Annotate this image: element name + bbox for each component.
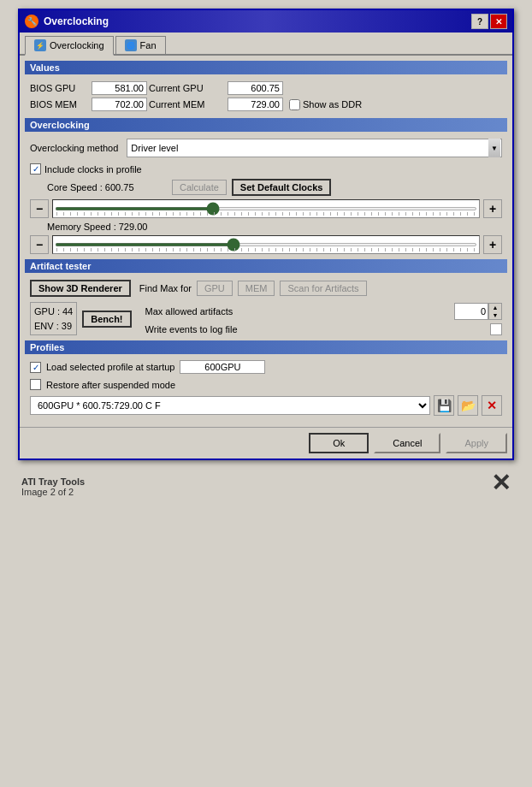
- write-log-checkbox[interactable]: [490, 323, 502, 335]
- core-slider[interactable]: [55, 207, 477, 210]
- apply-button[interactable]: Apply: [446, 433, 507, 453]
- content-area: Values BIOS GPU Current GPU BIOS MEM Cur…: [20, 56, 512, 427]
- artifact-row1: Show 3D Renderer Find Max for GPU MEM Sc…: [25, 276, 507, 300]
- app-name: ATI Tray Tools: [21, 476, 85, 487]
- tab-fan-label: Fan: [140, 40, 157, 50]
- core-slider-track: [52, 199, 480, 218]
- include-clocks-row: Include clocks in profile: [25, 161, 507, 177]
- tab-oc-label: Overclocking: [50, 40, 104, 50]
- core-speed-row: Core Speed : 600.75 Calculate Set Defaul…: [25, 177, 507, 198]
- find-max-label: Find Max for: [139, 283, 192, 293]
- core-speed-label: Core Speed : 600.75: [47, 182, 167, 192]
- values-grid: BIOS GPU Current GPU BIOS MEM Current ME…: [25, 78, 507, 115]
- profile-select[interactable]: 600GPU * 600.75:729.00 C F: [30, 396, 430, 415]
- current-gpu-input[interactable]: [228, 81, 283, 95]
- restore-profile-row: Restore after suspended mode: [25, 376, 507, 393]
- tab-bar: ⚡ Overclocking 🌀 Fan: [20, 33, 512, 56]
- profile-name-box: 600GPU: [180, 360, 265, 374]
- open-profile-button[interactable]: 📂: [458, 395, 478, 416]
- profile-dropdown-row: 600GPU * 600.75:729.00 C F 💾 📂 ✕: [25, 393, 507, 418]
- spinner-down[interactable]: ▼: [489, 311, 501, 319]
- title-bar-buttons: ? ✕: [471, 14, 507, 29]
- core-slider-dots: [56, 212, 476, 216]
- bios-mem-input[interactable]: [92, 98, 147, 111]
- bottom-bar: Ok Cancel Apply: [20, 427, 512, 459]
- oc-section: Overclocking Overclocking method Driver …: [25, 118, 507, 256]
- current-gpu-label: Current GPU: [149, 83, 226, 93]
- title-bar-left: 🔧 Overclocking: [25, 15, 109, 28]
- load-profile-checkbox[interactable]: [30, 362, 41, 373]
- oc-method-row: Overclocking method Driver level Softwar…: [25, 135, 507, 161]
- values-section: Values BIOS GPU Current GPU BIOS MEM Cur…: [25, 61, 507, 115]
- tab-fan-icon: 🌀: [125, 39, 137, 51]
- show-ddr-checkbox[interactable]: [289, 99, 300, 110]
- method-label: Overclocking method: [30, 143, 118, 153]
- load-profile-label: Load selected profile at startup: [46, 362, 174, 372]
- show-3d-button[interactable]: Show 3D Renderer: [30, 280, 131, 297]
- max-artifacts-label: Max allowed artifacts: [145, 306, 449, 317]
- footer-text-block: ATI Tray Tools Image 2 of 2: [21, 476, 85, 497]
- restore-checkbox[interactable]: [30, 379, 41, 390]
- current-mem-input[interactable]: [228, 98, 283, 111]
- footer-close-icon[interactable]: ✕: [491, 469, 511, 497]
- image-info: Image 2 of 2: [21, 487, 85, 497]
- mem-slider-row: − +: [25, 234, 507, 256]
- method-select-wrapper: Driver level Software level BIOS level: [127, 139, 502, 157]
- mem-slider-dots: [56, 248, 476, 251]
- mem-slider-track: [52, 235, 480, 254]
- mem-plus-button[interactable]: +: [483, 235, 502, 254]
- method-select[interactable]: Driver level Software level BIOS level: [127, 139, 502, 157]
- memory-speed-label: Memory Speed : 729.00: [47, 222, 147, 232]
- write-log-row: Write events to log file: [145, 323, 502, 335]
- write-log-label: Write events to log file: [145, 324, 485, 334]
- spinner-buttons: ▲ ▼: [488, 303, 502, 320]
- values-header: Values: [25, 61, 507, 74]
- mem-button[interactable]: MEM: [238, 281, 275, 296]
- calculate-button[interactable]: Calculate: [172, 180, 227, 195]
- mem-speed-row: Memory Speed : 729.00: [25, 220, 507, 234]
- core-slider-row: − +: [25, 198, 507, 220]
- tab-oc-icon: ⚡: [34, 39, 46, 51]
- gpu-val: GPU : 44: [34, 305, 73, 319]
- show-ddr-label: Show as DDR: [303, 99, 362, 109]
- mem-slider[interactable]: [55, 243, 477, 246]
- artifact-row2: GPU : 44 ENV : 39 Bench! Max allowed art…: [25, 300, 507, 337]
- app-icon: 🔧: [25, 15, 38, 28]
- scan-artifacts-button[interactable]: Scan for Artifacts: [280, 281, 366, 296]
- tab-fan[interactable]: 🌀 Fan: [115, 36, 166, 54]
- core-plus-button[interactable]: +: [483, 199, 502, 218]
- oc-header: Overclocking: [25, 118, 507, 132]
- ok-button[interactable]: Ok: [309, 433, 369, 453]
- gpu-button[interactable]: GPU: [197, 281, 233, 296]
- set-default-button[interactable]: Set Default Clocks: [232, 179, 332, 196]
- delete-profile-button[interactable]: ✕: [482, 395, 502, 416]
- env-val: ENV : 39: [34, 319, 73, 334]
- save-profile-button[interactable]: 💾: [434, 395, 454, 416]
- bios-gpu-label: BIOS GPU: [30, 83, 90, 93]
- mem-minus-button[interactable]: −: [30, 235, 49, 254]
- core-minus-button[interactable]: −: [30, 199, 49, 218]
- bench-button[interactable]: Bench!: [82, 311, 131, 328]
- max-artifacts-row: Max allowed artifacts ▲ ▼: [145, 303, 502, 320]
- profiles-section: Profiles Load selected profile at startu…: [25, 340, 507, 418]
- tab-overclocking[interactable]: ⚡ Overclocking: [25, 36, 114, 56]
- main-window: 🔧 Overclocking ? ✕ ⚡ Overclocking 🌀 Fan …: [18, 9, 514, 460]
- spinner-up[interactable]: ▲: [489, 304, 501, 311]
- bios-gpu-input[interactable]: [92, 81, 147, 95]
- help-button[interactable]: ?: [471, 14, 488, 29]
- show-ddr-row: Show as DDR: [289, 99, 366, 110]
- profiles-header: Profiles: [25, 340, 507, 354]
- artifact-header: Artifact tester: [25, 259, 507, 273]
- footer: ATI Tray Tools Image 2 of 2 ✕: [18, 460, 514, 497]
- close-button[interactable]: ✕: [490, 14, 507, 29]
- title-bar: 🔧 Overclocking ? ✕: [20, 10, 512, 33]
- cancel-button[interactable]: Cancel: [374, 433, 440, 453]
- max-artifacts-input[interactable]: [454, 303, 488, 320]
- window-title: Overclocking: [44, 15, 109, 27]
- gpu-env-box: GPU : 44 ENV : 39: [30, 302, 77, 335]
- artifact-right: Max allowed artifacts ▲ ▼ Write events t…: [137, 303, 502, 335]
- artifact-section: Artifact tester Show 3D Renderer Find Ma…: [25, 259, 507, 337]
- include-clocks-checkbox[interactable]: [30, 163, 41, 175]
- artifact-input-group: ▲ ▼: [454, 303, 502, 320]
- load-profile-row: Load selected profile at startup 600GPU: [25, 358, 507, 376]
